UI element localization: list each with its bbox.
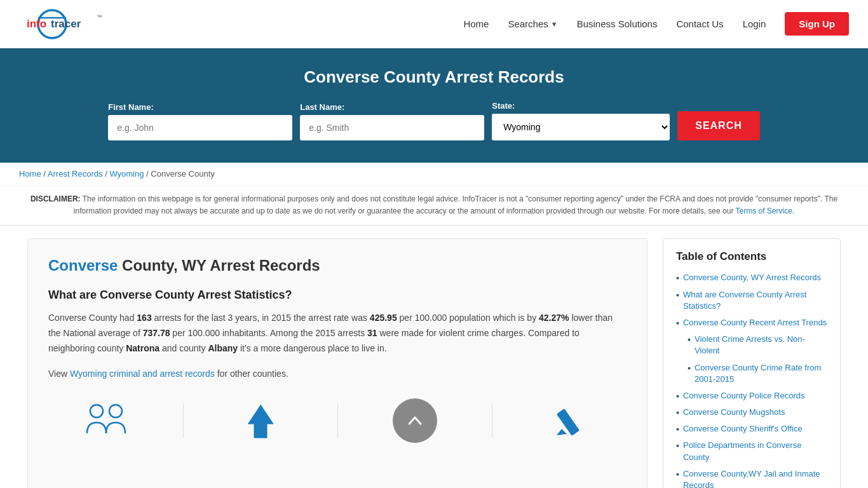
disclaimer-text: The information on this webpage is for g… [74,194,837,215]
toc-link[interactable]: Converse County Police Records [683,390,804,402]
nav-home[interactable]: Home [463,18,489,29]
icon-box-2 [222,398,299,443]
last-name-input[interactable] [300,115,484,140]
toc-item: Converse County Sheriff's Office [676,423,827,435]
state-label: State: [492,101,515,111]
nav-searches[interactable]: Searches ▼ [508,18,557,29]
svg-text:™: ™ [97,14,102,20]
logo[interactable]: info tracer ™ [19,6,121,41]
first-name-group: First Name: [108,102,292,140]
article-paragraph1: Converse County had 163 arrests for the … [48,311,627,356]
county1: Natrona [126,343,159,353]
toc-link[interactable]: Converse County, WY Arrest Records [683,272,821,283]
section-heading: What are Converse County Arrest Statisti… [48,288,627,302]
toc-link[interactable]: Converse County Sheriff's Office [683,423,803,435]
icon-divider2 [337,403,338,438]
last-name-label: Last Name: [300,102,344,112]
toc-item: Violent Crime Arrests vs. Non-Violent [676,334,827,356]
toc-link[interactable]: Converse County Recent Arrest Trends [683,317,827,329]
toc-list: Converse County, WY Arrest RecordsWhat a… [676,272,827,488]
toc-item: Converse County Mugshots [676,407,827,418]
state-group: State: Wyoming Alabama Alaska Arizona Ar… [492,101,670,140]
nav-signup[interactable]: Sign Up [785,12,849,36]
article-title-highlight: Converse [48,257,118,274]
svg-point-6 [109,405,122,417]
main-nav: Home Searches ▼ Business Solutions Conta… [463,12,849,36]
searches-chevron-icon: ▼ [551,20,558,28]
icon-divider3 [492,403,492,438]
nav-business-solutions[interactable]: Business Solutions [577,18,658,29]
article-paragraph2: View Wyoming criminal and arrest records… [48,367,627,382]
svg-text:info: info [27,18,46,30]
article: Converse County, WY Arrest Records What … [27,238,648,488]
toc-item: Police Departments in Converse County [676,440,827,463]
breadcrumb-county: Converse County [151,169,214,179]
state-select[interactable]: Wyoming Alabama Alaska Arizona Arkansas … [492,114,670,140]
breadcrumb: Home / Arrest Records / Wyoming / Conver… [0,163,868,186]
icon-box-4 [531,398,607,443]
search-form: First Name: Last Name: State: Wyoming Al… [13,101,855,140]
toc-item: Converse County, WY Arrest Records [676,272,827,283]
svg-text:tracer: tracer [51,18,81,30]
sidebar: Table of Contents Converse County, WY Ar… [663,238,841,488]
first-name-input[interactable] [108,115,292,140]
breadcrumb-home[interactable]: Home [19,169,41,179]
toc-box: Table of Contents Converse County, WY Ar… [663,238,841,488]
disclaimer-label: DISCLAIMER: [31,194,81,203]
icons-row [48,392,627,443]
toc-item: What are Converse County Arrest Statisti… [676,289,827,312]
hero-section: Converse County Arrest Records First Nam… [0,48,868,163]
county2: Albany [208,343,238,353]
nav-contact-us[interactable]: Contact Us [676,18,723,29]
toc-title: Table of Contents [676,250,827,263]
svg-marker-8 [557,429,567,435]
toc-item: Converse County Police Records [676,390,827,402]
nav-login[interactable]: Login [743,18,766,29]
article-title-rest: County, WY Arrest Records [118,257,320,274]
toc-link[interactable]: What are Converse County Arrest Statisti… [683,289,827,312]
disclaimer: DISCLAIMER: The information on this webp… [0,186,868,226]
icon-box-3 [377,398,453,443]
percent-lower: 42.27% [539,313,569,323]
hero-title: Converse County Arrest Records [13,67,855,87]
violent-count: 31 [367,328,377,338]
toc-link[interactable]: Converse County Crime Rate from 2001-201… [695,362,827,385]
toc-link[interactable]: Converse County Mugshots [683,407,785,418]
first-name-label: First Name: [108,102,154,112]
arrest-rate: 425.95 [370,313,397,323]
icon-box-1 [68,398,144,443]
toc-item: Converse County Recent Arrest Trends [676,317,827,329]
disclaimer-tos-link[interactable]: Terms of Service [736,207,792,215]
toc-item: Converse County,WY Jail and Inmate Recor… [676,468,827,488]
search-button[interactable]: SEARCH [677,111,760,140]
svg-point-5 [90,405,103,417]
national-avg: 737.78 [143,328,170,338]
toc-link[interactable]: Converse County,WY Jail and Inmate Recor… [683,468,827,488]
breadcrumb-wyoming[interactable]: Wyoming [109,169,144,179]
disclaimer-period: . [792,207,794,215]
breadcrumb-arrest-records[interactable]: Arrest Records [48,169,103,179]
content-wrapper: Converse County, WY Arrest Records What … [8,226,860,488]
wyoming-records-link[interactable]: Wyoming criminal and arrest records [70,369,215,379]
toc-item: Converse County Crime Rate from 2001-201… [676,362,827,385]
icon-divider1 [183,403,184,438]
arrests-count: 163 [137,313,151,323]
toc-link[interactable]: Violent Crime Arrests vs. Non-Violent [695,334,827,356]
article-title: Converse County, WY Arrest Records [48,257,627,274]
header: info tracer ™ Home Searches ▼ Business S… [0,0,868,48]
toc-link[interactable]: Police Departments in Converse County [683,440,827,463]
scroll-top-icon[interactable] [393,398,437,443]
last-name-group: Last Name: [300,102,484,140]
